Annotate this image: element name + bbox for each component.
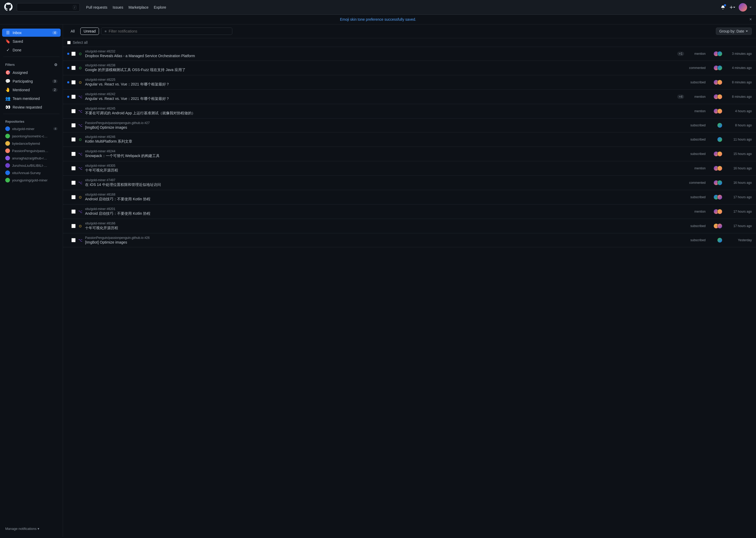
notification-time: 16 hours ago xyxy=(725,167,752,170)
repo-name: xitu/Annual-Survey xyxy=(12,171,41,175)
sidebar-item-mentioned[interactable]: 🤚 Mentioned 2 xyxy=(2,86,61,94)
search-input[interactable]: Search GitHub xyxy=(20,5,73,9)
notification-item[interactable]: ⊙ xitu/gold-miner #8166 十年可视化开源历程 subscr… xyxy=(63,219,756,233)
notification-item[interactable]: ⌥ xitu/gold-miner #8245 不要在可调试的 Android … xyxy=(63,104,756,119)
notification-label: commented xyxy=(687,66,706,70)
tab-unread[interactable]: Unread xyxy=(80,27,99,35)
main-layout: ☰ Inbox 4 🔖 Saved ✓ Done Filters ⚙ 🎯 xyxy=(0,25,756,537)
github-logo[interactable] xyxy=(4,3,13,12)
notification-checkbox[interactable] xyxy=(71,224,76,228)
notification-label: mention xyxy=(687,52,706,56)
notification-avatar xyxy=(717,123,723,128)
sidebar-item-saved[interactable]: 🔖 Saved xyxy=(2,37,61,45)
sidebar-divider-1 xyxy=(3,57,60,57)
notification-item[interactable]: ⊙ xitu/gold-miner #8225 Angular vs. Reac… xyxy=(63,75,756,90)
tab-all[interactable]: All xyxy=(67,27,78,35)
notification-item[interactable]: ⊙ xitu/gold-miner #8168 Android 启动技巧：不要使… xyxy=(63,190,756,204)
sidebar-repo-item[interactable]: jasonlong/isometric-cont... xyxy=(2,133,61,140)
repositories-section-label: Repositories xyxy=(2,117,61,125)
notification-repo: xitu/gold-miner #8245 xyxy=(85,107,685,110)
group-by-button[interactable]: Group by: Date xyxy=(716,27,752,35)
notification-repo: xitu/gold-miner #8246 xyxy=(85,135,685,139)
create-button[interactable] xyxy=(728,4,736,11)
notification-body: xitu/gold-miner #8242 Angular vs. React … xyxy=(85,92,675,101)
notification-item[interactable]: ⌥ xitu/gold-miner #8242 Angular vs. Reac… xyxy=(63,90,756,104)
nav-pull-requests[interactable]: Pull requests xyxy=(84,4,109,11)
repo-avatar xyxy=(5,156,10,160)
inbox-count: 4 xyxy=(52,31,57,34)
select-all-checkbox[interactable] xyxy=(67,41,71,44)
nav-explore[interactable]: Explore xyxy=(152,4,168,11)
sidebar-repo-item[interactable]: anuraghazra/github-read... xyxy=(2,154,61,162)
notifications-button[interactable] xyxy=(720,4,726,11)
notification-repo: xitu/gold-miner #8242 xyxy=(85,92,675,96)
sidebar-repo-item[interactable]: PassionPenguin/passion... xyxy=(2,147,61,154)
notification-checkbox[interactable] xyxy=(71,238,76,242)
notification-checkbox[interactable] xyxy=(71,137,76,141)
notification-item[interactable]: ⌥ PassionPenguin/passionpenguin.github.i… xyxy=(63,233,756,247)
sidebar-item-assigned[interactable]: 🎯 Assigned xyxy=(2,69,61,77)
notification-checkbox[interactable] xyxy=(71,209,76,214)
sidebar-item-inbox[interactable]: ☰ Inbox 4 xyxy=(2,28,61,37)
sidebar-item-review-requested[interactable]: 👀 Review requested xyxy=(2,103,61,111)
notification-type-icon: ⌥ xyxy=(78,180,83,186)
filters-gear-icon[interactable]: ⚙ xyxy=(54,63,57,67)
notification-item[interactable]: ⌥ xitu/gold-miner #8201 Android 启动技巧：不要使… xyxy=(63,204,756,219)
sidebar-repo-item[interactable]: xitu/Annual-Survey xyxy=(2,169,61,177)
repo-avatar xyxy=(5,126,10,131)
notification-item[interactable]: ⌥ xitu/gold-miner #8244 Snowpack：一个可替代 W… xyxy=(63,147,756,161)
notification-meta: subscribed 11 hours ago xyxy=(687,137,752,142)
nav-marketplace[interactable]: Marketplace xyxy=(126,4,151,11)
sidebar-item-participating[interactable]: 💬 Participating 3 xyxy=(2,77,61,85)
search-bar[interactable]: Search GitHub / xyxy=(17,3,80,12)
notification-checkbox[interactable] xyxy=(71,195,76,199)
notification-checkbox[interactable] xyxy=(71,66,76,70)
sidebar-repo-item[interactable]: youngjuning/gold-miner xyxy=(2,177,61,184)
sidebar-repo-item[interactable]: xitu/gold-miner 4 xyxy=(2,125,61,133)
notification-item[interactable]: ⊙ xitu/gold-miner #8246 Kotlin MultiPlat… xyxy=(63,133,756,147)
notification-type-icon: ⌥ xyxy=(78,209,83,214)
filter-input-wrap[interactable]: ≡ xyxy=(101,27,232,35)
notification-item[interactable]: ⌥ xitu/gold-miner #7497 在 iOS 14 中处理位置权限… xyxy=(63,176,756,190)
review-requested-icon: 👀 xyxy=(5,105,11,110)
notification-item[interactable]: ⊙ xitu/gold-miner #8232 Dropbox Reveals … xyxy=(63,47,756,61)
filter-input[interactable] xyxy=(109,29,229,33)
notification-avatars xyxy=(709,194,723,200)
notification-avatars xyxy=(709,180,723,186)
repo-avatar xyxy=(5,134,10,138)
sidebar: ☰ Inbox 4 🔖 Saved ✓ Done Filters ⚙ 🎯 xyxy=(0,25,63,537)
select-all-label[interactable]: Select all xyxy=(67,40,88,45)
notification-checkbox[interactable] xyxy=(71,181,76,185)
notification-label: subscribed xyxy=(687,137,706,141)
repo-avatar xyxy=(5,141,10,146)
sidebar-repo-item[interactable]: bytedance/bytemd xyxy=(2,140,61,147)
notification-checkbox[interactable] xyxy=(71,152,76,156)
avatar[interactable] xyxy=(739,3,747,12)
sidebar-item-team-mentioned[interactable]: 👥 Team mentioned xyxy=(2,94,61,102)
notification-checkbox[interactable] xyxy=(71,52,76,56)
notifications-list: Select all ⊙ xitu/gold-miner #8232 Dropb… xyxy=(63,38,756,537)
notification-checkbox[interactable] xyxy=(71,95,76,99)
notification-item[interactable]: ⊙ xitu/gold-miner #8238 Google 的开源模糊测试工具… xyxy=(63,61,756,75)
notification-count: +4 xyxy=(677,95,684,99)
notification-checkbox[interactable] xyxy=(71,80,76,84)
notification-item[interactable]: ⌥ PassionPenguin/passionpenguin.github.i… xyxy=(63,119,756,133)
banner-close-button[interactable]: × xyxy=(749,17,752,22)
sidebar-item-done[interactable]: ✓ Done xyxy=(2,46,61,54)
repo-name: PassionPenguin/passion... xyxy=(12,149,49,153)
notification-checkbox[interactable] xyxy=(71,109,76,113)
inbox-label: Inbox xyxy=(13,31,22,35)
manage-notifications-button[interactable]: Manage notifications ▾ xyxy=(2,525,61,533)
done-icon: ✓ xyxy=(5,47,11,52)
notification-checkbox[interactable] xyxy=(71,166,76,170)
notification-items-container: ⊙ xitu/gold-miner #8232 Dropbox Reveals … xyxy=(63,47,756,247)
group-by-label: Group by: Date xyxy=(719,29,744,33)
notification-avatar xyxy=(717,223,723,229)
sidebar-repo-item[interactable]: JunzhouLiu/BILIBILI-HEL... xyxy=(2,162,61,169)
notification-title: 十年可视化开源历程 xyxy=(85,168,685,173)
notification-item[interactable]: ⌥ xitu/gold-miner #8305 十年可视化开源历程 mentio… xyxy=(63,161,756,176)
notification-checkbox[interactable] xyxy=(71,123,76,128)
notification-avatars xyxy=(709,94,723,99)
nav-issues[interactable]: Issues xyxy=(110,4,125,11)
filters-section-label: Filters ⚙ xyxy=(2,60,61,68)
